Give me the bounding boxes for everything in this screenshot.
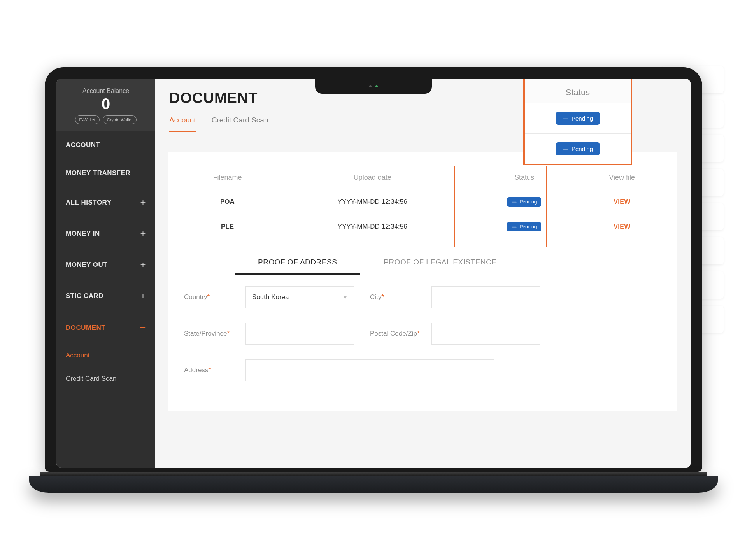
col-header-status: Status [470, 166, 579, 189]
status-badge-label: Pending [519, 224, 537, 229]
state-input[interactable] [245, 323, 354, 345]
cell-filename: PLE [180, 214, 275, 239]
minus-icon: — [563, 115, 568, 122]
city-input[interactable] [431, 286, 540, 308]
country-label: Country* [184, 293, 238, 301]
minus-icon: — [563, 145, 568, 152]
address-label: Address* [184, 366, 238, 374]
col-header-filename: Filename [180, 166, 275, 189]
ewallet-pill[interactable]: E-Wallet [75, 116, 100, 124]
tab-proof-of-address[interactable]: PROOF OF ADDRESS [235, 251, 360, 275]
status-badge-pending[interactable]: — Pending [556, 112, 600, 125]
document-card: Filename Upload date Status View file PO… [168, 152, 677, 411]
cell-upload-date: YYYY-MM-DD 12:34:56 [275, 189, 470, 214]
chevron-down-icon: ▼ [342, 294, 348, 300]
required-mark: * [207, 293, 210, 301]
sidebar-item-stic-card[interactable]: STIC CARD + [56, 280, 155, 312]
country-select[interactable]: South Korea ▼ [245, 286, 354, 308]
status-callout: Status — Pending — Pending [523, 79, 632, 165]
sidebar-item-label: ALL HISTORY [66, 199, 112, 206]
expand-icon: + [140, 228, 146, 239]
cell-filename: POA [180, 189, 275, 214]
tab-proof-of-legal-existence[interactable]: PROOF OF LEGAL EXISTENCE [360, 251, 520, 275]
status-badge-label: Pending [572, 115, 593, 122]
sidebar-item-document[interactable]: DOCUMENT − [56, 312, 155, 344]
sidebar-item-label: MONEY IN [66, 230, 100, 238]
cell-upload-date: YYYY-MM-DD 12:34:56 [275, 214, 470, 239]
sidebar-item-money-transfer[interactable]: MONEY TRANSFER [56, 159, 155, 187]
sidebar-item-account[interactable]: ACCOUNT [56, 131, 155, 159]
view-link[interactable]: VIEW [614, 198, 630, 205]
expand-icon: + [140, 259, 146, 270]
tab-account[interactable]: Account [169, 111, 196, 132]
minus-icon: — [512, 199, 516, 205]
balance-label: Account Balance [60, 88, 151, 94]
sidebar-item-label: MONEY OUT [66, 261, 107, 269]
status-badge-pending[interactable]: — Pending [507, 222, 541, 231]
laptop-frame: Account Balance 0 E-Wallet Crypto Wallet… [45, 67, 702, 493]
postal-input[interactable] [431, 323, 540, 345]
sidebar-item-money-out[interactable]: MONEY OUT + [56, 249, 155, 280]
crypto-wallet-pill[interactable]: Crypto Wallet [103, 116, 137, 124]
col-header-upload-date: Upload date [275, 166, 470, 189]
sidebar-item-label: MONEY TRANSFER [66, 169, 130, 177]
city-label: City* [370, 293, 424, 301]
proof-tabs: PROOF OF ADDRESS PROOF OF LEGAL EXISTENC… [235, 251, 666, 275]
main-content: DOCUMENT Account Credit Card Scan Status… [155, 79, 691, 468]
status-badge-label: Pending [572, 145, 593, 152]
address-input[interactable] [245, 359, 494, 381]
sidebar-item-label: DOCUMENT [66, 324, 105, 332]
country-selected-value: South Korea [252, 293, 289, 301]
required-mark: * [208, 366, 211, 374]
table-row: POA YYYY-MM-DD 12:34:56 — Pending VIEW [180, 189, 666, 214]
table-row: PLE YYYY-MM-DD 12:34:56 — Pending VIEW [180, 214, 666, 239]
expand-icon: + [140, 290, 146, 301]
view-link[interactable]: VIEW [614, 223, 630, 230]
tab-credit-card-scan[interactable]: Credit Card Scan [212, 111, 268, 132]
laptop-notch [315, 79, 432, 94]
sidebar-nav: ACCOUNT MONEY TRANSFER ALL HISTORY + MON… [56, 131, 155, 468]
status-badge-pending[interactable]: — Pending [507, 197, 541, 206]
status-badge-pending[interactable]: — Pending [556, 142, 600, 155]
sidebar-subitem-credit-card-scan[interactable]: Credit Card Scan [56, 367, 155, 390]
required-mark: * [417, 330, 420, 337]
balance-value: 0 [60, 96, 151, 112]
account-balance-block: Account Balance 0 E-Wallet Crypto Wallet [56, 79, 155, 131]
status-callout-header: Status [525, 79, 631, 103]
sidebar-item-label: STIC CARD [66, 292, 103, 300]
collapse-icon: − [140, 322, 146, 334]
sidebar-item-money-in[interactable]: MONEY IN + [56, 218, 155, 249]
address-form: Country* South Korea ▼ City* [180, 278, 666, 381]
col-header-view-file: View file [578, 166, 666, 189]
status-badge-label: Pending [519, 199, 537, 205]
sidebar-item-all-history[interactable]: ALL HISTORY + [56, 187, 155, 218]
sidebar-subitem-account[interactable]: Account [56, 344, 155, 367]
sidebar: Account Balance 0 E-Wallet Crypto Wallet… [56, 79, 155, 468]
expand-icon: + [140, 197, 146, 208]
state-label: State/Province* [184, 330, 238, 338]
required-mark: * [381, 293, 384, 301]
document-table: Filename Upload date Status View file PO… [180, 166, 666, 239]
minus-icon: — [512, 224, 516, 229]
postal-label: Postal Code/Zip* [370, 330, 424, 338]
required-mark: * [227, 330, 230, 337]
sidebar-item-label: ACCOUNT [66, 141, 100, 149]
